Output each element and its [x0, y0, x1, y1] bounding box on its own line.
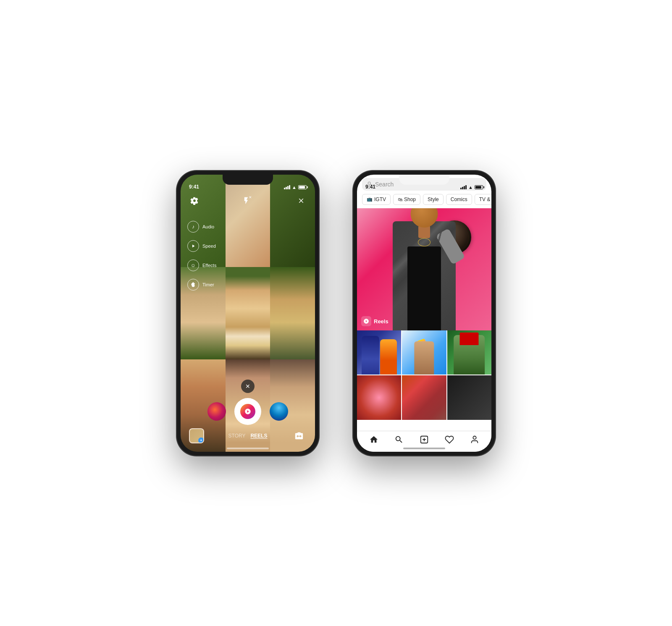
shop-label: Shop [404, 196, 416, 202]
reels-badge: Reels [361, 316, 388, 326]
speed-option[interactable]: Speed [187, 240, 216, 252]
reels-badge-icon [361, 316, 371, 326]
effects-label: Effects [202, 263, 216, 268]
igtv-icon: 📺 [367, 196, 373, 202]
sparkle-effect[interactable] [207, 402, 226, 421]
hero-reel[interactable]: Reels [357, 208, 491, 331]
likes-nav-button[interactable] [444, 434, 455, 445]
story-mode[interactable]: STORY [228, 433, 246, 439]
tv-movies-label: TV & Movie [479, 196, 491, 202]
thumb-6[interactable] [447, 375, 491, 419]
thumb-2[interactable] [402, 330, 446, 375]
thumb-4[interactable] [357, 375, 401, 419]
explore-screen: 9:41 ▲ [357, 175, 491, 452]
notch-right [399, 175, 449, 185]
style-label: Style [428, 196, 439, 202]
shop-pill[interactable]: 🛍 Shop [393, 194, 420, 205]
status-icons-left: ▲ [284, 185, 307, 190]
signal-icon [284, 185, 290, 189]
blue-effect[interactable] [270, 402, 288, 421]
wifi-icon-right: ▲ [468, 185, 473, 190]
shutter-row [181, 398, 315, 425]
timer-label: Timer [202, 282, 214, 287]
style-pill[interactable]: Style [423, 194, 444, 205]
home-indicator-left [227, 448, 269, 449]
flip-camera-button[interactable] [291, 428, 307, 443]
igtv-pill[interactable]: 📺 IGTV [362, 194, 391, 205]
left-phone-screen: 9:41 ▲ [181, 175, 315, 452]
reels-logo [240, 404, 255, 419]
camera-cell-mr [270, 267, 315, 359]
search-nav-button[interactable] [393, 434, 405, 445]
reels-badge-label: Reels [374, 318, 388, 325]
right-phone-screen: 9:41 ▲ [357, 175, 491, 452]
speed-icon [187, 240, 199, 252]
shutter-button[interactable] [234, 398, 261, 425]
left-phone: 9:41 ▲ [176, 170, 319, 456]
notch [223, 175, 273, 185]
comics-label: Comics [451, 196, 467, 202]
tv-movies-pill[interactable]: TV & Movie [475, 194, 491, 205]
svg-point-1 [473, 436, 476, 439]
close-camera-button[interactable] [294, 194, 308, 208]
dismiss-area: ✕ [181, 380, 315, 393]
thumb-5[interactable] [402, 375, 446, 419]
audio-label: Audio [202, 224, 214, 229]
category-pills: 📺 IGTV 🛍 Shop Style Comics TV & Movie [357, 191, 491, 208]
hero-person-body [386, 208, 462, 331]
battery-icon-right [475, 185, 483, 189]
camera-screen: ✕ ♪ Audio Speed [181, 175, 315, 452]
camera-cell-mc [226, 267, 270, 359]
effects-option[interactable]: ☺ Effects [187, 259, 216, 271]
thumbnail-grid [357, 330, 491, 420]
explore-content: Reels [357, 208, 491, 431]
status-time-right: 9:41 [365, 184, 375, 190]
status-time-left: 9:41 [189, 184, 199, 190]
camera-top-controls: ✕ [181, 194, 315, 208]
speed-label: Speed [202, 244, 216, 249]
timer-option[interactable]: Timer [187, 279, 216, 291]
hero-person-visual [357, 208, 491, 331]
home-indicator-right [403, 448, 445, 449]
settings-button[interactable] [187, 194, 202, 208]
reels-mode[interactable]: REELS [250, 433, 267, 439]
signal-icon-right [460, 185, 467, 189]
home-nav-button[interactable] [368, 434, 380, 445]
right-phone: 9:41 ▲ [353, 170, 496, 456]
dismiss-button[interactable]: ✕ [241, 380, 255, 393]
shop-icon: 🛍 [398, 197, 402, 202]
camera-mode-selector: STORY REELS [228, 433, 268, 439]
status-icons-right: ▲ [460, 185, 483, 190]
camera-left-controls: ♪ Audio Speed ☺ Effects Ti [187, 221, 216, 291]
effects-icon: ☺ [187, 259, 199, 271]
flash-button[interactable]: ✕ [241, 194, 255, 208]
create-nav-button[interactable] [418, 434, 430, 445]
audio-option[interactable]: ♪ Audio [187, 221, 216, 233]
audio-icon: ♪ [187, 221, 199, 233]
camera-bottom-controls: ✕ [181, 380, 315, 452]
thumb-3[interactable] [447, 330, 491, 375]
gallery-thumbnail[interactable]: + [189, 428, 204, 443]
add-to-gallery[interactable]: + [198, 437, 204, 443]
comics-pill[interactable]: Comics [446, 194, 472, 205]
camera-nav: + STORY REELS [181, 425, 315, 443]
igtv-label: IGTV [374, 196, 386, 202]
wifi-icon: ▲ [292, 185, 297, 190]
profile-nav-button[interactable] [469, 434, 480, 445]
battery-icon [298, 185, 307, 189]
timer-icon [187, 279, 199, 291]
thumb-1[interactable] [357, 330, 401, 375]
